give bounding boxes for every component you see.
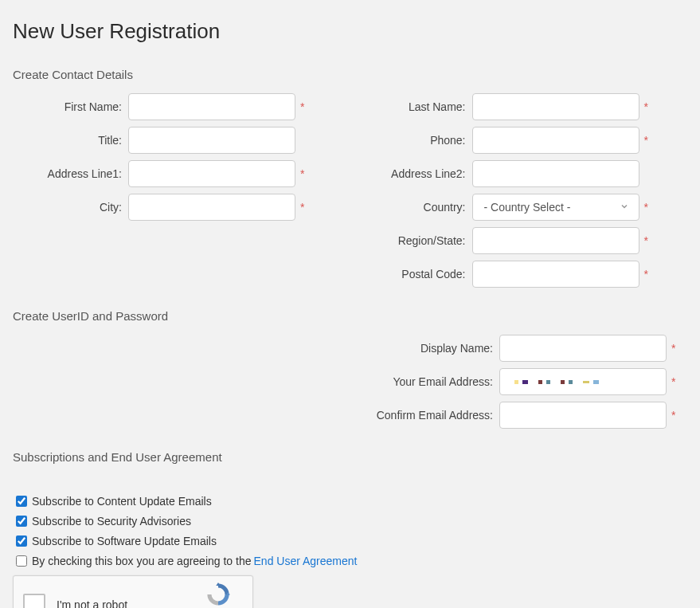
first-name-input[interactable] [128,93,295,120]
section-contact-title: Create Contact Details [13,68,684,81]
label-first-name: First Name: [13,100,128,113]
security-advisories-label: Subscribe to Security Advisories [32,515,191,528]
required-indicator: * [671,375,675,388]
required-indicator: * [300,167,304,180]
required-indicator: * [644,234,648,247]
recaptcha-text: I'm not a robot [57,598,127,608]
recaptcha-widget[interactable]: I'm not a robot reCAPTCHA Privacy - Term… [13,575,253,608]
country-select-value: - Country Select - [484,201,571,214]
required-indicator: * [644,268,648,280]
recaptcha-icon [205,581,232,608]
section-credentials-title: Create UserID and Password [13,309,684,323]
required-indicator: * [644,100,648,113]
label-address-line1: Address Line1: [13,167,128,180]
label-email: Your Email Address: [348,375,499,388]
required-indicator: * [300,201,304,214]
required-indicator: * [671,342,675,355]
required-indicator: * [300,100,304,113]
required-indicator: * [644,201,648,214]
display-name-input[interactable] [499,335,667,362]
phone-input[interactable] [472,127,639,154]
eula-checkbox[interactable] [16,555,27,567]
eula-link[interactable]: End User Agreement [254,555,358,567]
eula-prefix-text: By checking this box you are agreeing to… [32,555,252,567]
confirm-email-input[interactable] [499,402,667,429]
label-display-name: Display Name: [348,342,499,355]
label-region-state: Region/State: [357,234,472,247]
software-updates-label: Subscribe to Software Update Emails [32,535,217,547]
software-updates-checkbox[interactable] [16,535,27,547]
label-last-name: Last Name: [357,100,472,113]
required-indicator: * [644,134,648,147]
content-updates-label: Subscribe to Content Update Emails [32,495,212,508]
chevron-down-icon [620,202,629,214]
address-line1-input[interactable] [128,160,295,187]
email-masked-value [506,380,599,384]
label-title: Title: [13,134,128,147]
country-select[interactable]: - Country Select - [472,194,639,221]
last-name-input[interactable] [472,93,639,120]
label-city: City: [13,201,128,214]
postal-code-input[interactable] [472,261,639,288]
label-confirm-email: Confirm Email Address: [348,409,499,422]
label-country: Country: [357,201,472,214]
page-title: New User Registration [13,19,684,44]
required-indicator: * [671,409,675,422]
label-address-line2: Address Line2: [357,167,472,180]
recaptcha-logo: reCAPTCHA Privacy - Terms [192,581,244,608]
region-state-input[interactable] [472,227,639,254]
label-postal-code: Postal Code: [357,268,472,280]
city-input[interactable] [128,194,295,221]
address-line2-input[interactable] [472,160,639,187]
email-input[interactable] [499,368,667,395]
section-subscriptions-title: Subscriptions and End User Agreement [13,450,684,464]
title-input[interactable] [128,127,295,154]
content-updates-checkbox[interactable] [16,496,27,507]
label-phone: Phone: [357,134,472,147]
recaptcha-checkbox[interactable] [23,594,45,608]
security-advisories-checkbox[interactable] [16,516,27,527]
